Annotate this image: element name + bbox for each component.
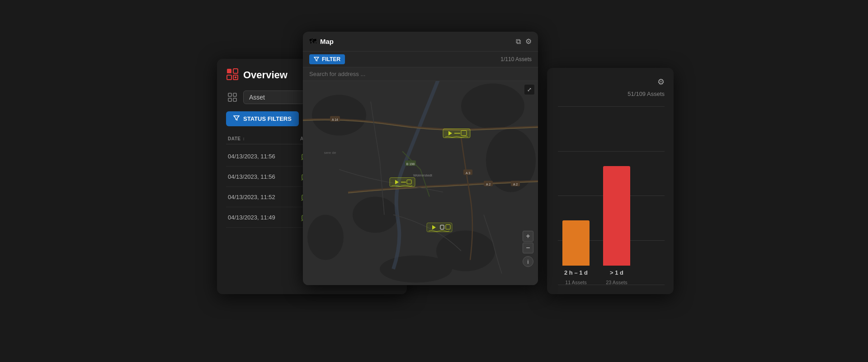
cell-date-1: 04/13/2023, 11:56 xyxy=(228,153,300,160)
svg-text:A 2: A 2 xyxy=(486,183,491,186)
svg-rect-1 xyxy=(233,69,238,73)
status-filters-button[interactable]: STATUS FILTERS xyxy=(226,111,299,126)
svg-rect-0 xyxy=(227,69,231,73)
svg-text:A 2: A 2 xyxy=(513,183,518,186)
map-title: Map xyxy=(320,38,334,45)
svg-text:A 14: A 14 xyxy=(332,118,338,121)
cell-date-2: 04/13/2023, 11:56 xyxy=(228,173,300,180)
svg-text:sere de: sere de xyxy=(324,151,336,155)
grid-line-2 xyxy=(558,151,665,152)
overview-title: Overview xyxy=(243,69,288,81)
filter-icon xyxy=(233,115,240,123)
map-panel: 🗺 Map ⧉ ⚙ FILTER 1/110 Assets xyxy=(303,32,538,285)
map-header-icons: ⧉ ⚙ xyxy=(516,37,532,46)
bar-orange-label: 2 h – 1 d xyxy=(564,269,588,276)
svg-point-4 xyxy=(234,76,237,79)
svg-rect-6 xyxy=(233,93,236,96)
svg-rect-2 xyxy=(227,75,231,80)
svg-point-32 xyxy=(307,215,344,260)
settings-icon[interactable]: ⚙ xyxy=(525,37,532,46)
bar-red-label: > 1 d xyxy=(610,269,623,276)
svg-text:A 3: A 3 xyxy=(466,171,470,175)
filter-tag-icon xyxy=(314,57,319,62)
zoom-out-button[interactable]: − xyxy=(523,243,533,253)
bar-orange-sublabel: 11 Assets xyxy=(565,280,587,285)
map-toolbar: FILTER 1/110 Assets xyxy=(303,52,538,67)
svg-point-29 xyxy=(353,197,398,233)
map-body[interactable]: A 14 A 2 A 2 A 3 B 198 xyxy=(303,81,538,285)
map-title-row: 🗺 Map xyxy=(309,38,334,46)
map-background: A 14 A 2 A 2 A 3 B 198 xyxy=(303,81,538,285)
svg-point-31 xyxy=(380,256,452,283)
sort-icon-date: ↕ xyxy=(242,136,245,141)
bar-red-sublabel: 23 Assets xyxy=(606,280,627,285)
stats-header: ⚙ xyxy=(558,77,665,87)
bar-red xyxy=(603,166,630,266)
cell-date-3: 04/13/2023, 11:52 xyxy=(228,194,300,200)
svg-point-26 xyxy=(312,95,366,136)
map-terrain-svg: A 14 A 2 A 2 A 3 B 198 xyxy=(303,81,538,285)
svg-point-27 xyxy=(461,84,524,129)
overview-icon xyxy=(226,68,239,82)
dropdown-value: Asset xyxy=(249,94,265,101)
svg-rect-8 xyxy=(233,98,236,101)
map-search-input[interactable] xyxy=(303,67,538,81)
grid-icon xyxy=(226,91,239,104)
stats-assets-count: 51/109 Assets xyxy=(558,90,665,97)
main-scene: Overview Asset ▼ xyxy=(231,32,637,330)
filter-tag[interactable]: FILTER xyxy=(309,54,345,64)
map-icon: 🗺 xyxy=(309,38,316,46)
stats-gear-icon[interactable]: ⚙ xyxy=(657,77,665,87)
map-controls: + − i xyxy=(523,231,533,267)
svg-rect-5 xyxy=(228,93,231,96)
map-info-button[interactable]: i xyxy=(523,256,533,267)
cell-date-4: 04/13/2023, 11:49 xyxy=(228,214,300,221)
grid-line-1 xyxy=(558,106,665,107)
svg-text:B 198: B 198 xyxy=(406,162,415,166)
svg-text:Wolmirstedt: Wolmirstedt xyxy=(413,173,433,177)
col-date: DATE ↕ xyxy=(228,136,300,141)
bar-red-col: > 1 d 23 Assets xyxy=(603,166,630,285)
expand-button[interactable]: ⤢ xyxy=(524,85,534,95)
map-assets-count: 1/110 Assets xyxy=(500,56,532,62)
svg-rect-7 xyxy=(228,98,231,101)
stats-panel: ⚙ 51/109 Assets 2 h – 1 d 11 Assets > 1 … xyxy=(547,68,674,294)
zoom-in-button[interactable]: + xyxy=(523,231,533,242)
bar-orange xyxy=(562,220,590,266)
filter-btn-label: STATUS FILTERS xyxy=(243,115,292,122)
map-header: 🗺 Map ⧉ ⚙ xyxy=(303,32,538,52)
copy-icon[interactable]: ⧉ xyxy=(516,38,521,46)
chart-bars: 2 h – 1 d 11 Assets > 1 d 23 Assets xyxy=(558,167,665,285)
bar-orange-col: 2 h – 1 d 11 Assets xyxy=(562,220,590,285)
